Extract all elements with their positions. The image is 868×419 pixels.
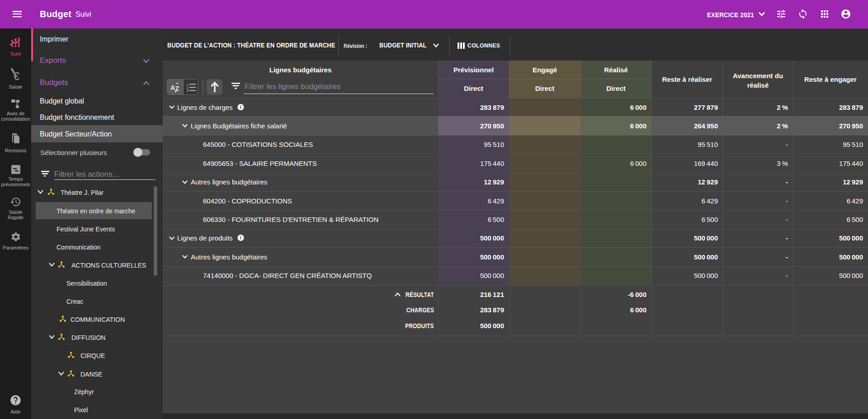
svg-text:3: 3	[187, 89, 189, 92]
svg-text:A: A	[170, 84, 175, 91]
svg-text:€: €	[14, 70, 20, 81]
